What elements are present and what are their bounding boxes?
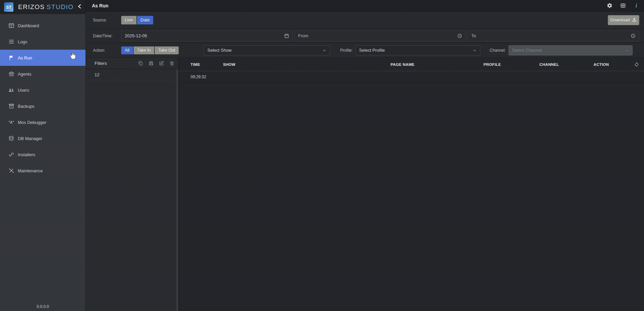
app-version: 0.0.0.0 (0, 304, 86, 309)
sidebar-item-dashboard[interactable]: Dashboard (0, 17, 86, 34)
channel-label: Channel: (490, 48, 506, 53)
dashboard-icon (8, 23, 14, 29)
from-time-input[interactable] (298, 33, 458, 38)
column-header-page-name: PAGE NAME (342, 62, 463, 66)
sidebar-item-label: Maintenance (18, 168, 43, 173)
column-header-profile: PROFILE (463, 62, 522, 66)
table-header: TIME SHOW PAGE NAME PROFILE CHANNEL ACTI… (179, 58, 644, 71)
logs-icon (8, 39, 14, 45)
filters-panel: Filters 12 (86, 58, 179, 311)
info-icon[interactable]: i (633, 3, 639, 9)
profile-label: Profile: (340, 48, 353, 53)
show-select-value: Select Show (207, 48, 231, 53)
filters-title: Filters (95, 61, 107, 66)
source-live-button[interactable]: Live (121, 16, 137, 25)
sidebar-item-label: Agents (18, 72, 31, 77)
brand-logo: ST (4, 2, 13, 12)
profile-select[interactable]: Select Profile (356, 45, 480, 55)
main-area: As Run i Source: Live Date Download (86, 0, 644, 311)
download-icon (632, 17, 637, 23)
action-take-out-button[interactable]: Take Out (155, 46, 179, 54)
sidebar-item-label: Dashboard (18, 23, 39, 28)
title-bar: As Run i (86, 0, 644, 11)
sidebar-item-label: Logs (18, 39, 27, 44)
save-icon[interactable] (148, 61, 154, 66)
column-header-channel: CHANNEL (522, 62, 577, 66)
sidebar-nav: Dashboard Logs As Run Agents Users (0, 17, 86, 179)
profile-select-value: Select Profile (359, 48, 385, 53)
link-icon (8, 151, 14, 158)
to-time-field[interactable] (468, 31, 639, 41)
sidebar: ST ERIZOSSTUDIO Dashboard Logs A (0, 0, 86, 311)
database-icon (8, 135, 14, 142)
date-field[interactable] (121, 31, 293, 41)
table-row[interactable]: 09:29:32 (179, 71, 644, 83)
column-header-show: SHOW (223, 62, 342, 66)
sidebar-item-agents[interactable]: Agents (0, 66, 86, 82)
sidebar-item-logs[interactable]: Logs (0, 34, 86, 50)
sidebar-item-label: As Run (18, 55, 32, 60)
users-icon (8, 87, 14, 93)
source-date-button[interactable]: Date (137, 16, 153, 25)
action-take-in-button[interactable]: Take In (133, 46, 154, 54)
channel-select[interactable]: Select Channel (508, 45, 633, 55)
sidebar-item-maintenance[interactable]: Maintenance (0, 163, 86, 179)
edit-icon[interactable] (159, 61, 164, 66)
content-area: Filters 12 (86, 58, 644, 311)
source-toggle-group: Live Date (121, 16, 153, 25)
show-select[interactable]: Select Show (204, 45, 330, 55)
brand-name-secondary: STUDIO (47, 3, 74, 10)
source-label: Source: (93, 18, 121, 23)
to-time-input[interactable] (471, 33, 631, 38)
sidebar-header: ST ERIZOSSTUDIO (0, 0, 86, 14)
channel-select-value: Select Channel (512, 48, 542, 53)
sidebar-item-label: Mos Debugger (18, 120, 46, 125)
antenna-icon: "A" (8, 119, 14, 126)
sidebar-item-label: DB Manager (18, 136, 42, 141)
brand-name: ERIZOSSTUDIO (18, 3, 74, 11)
sidebar-item-users[interactable]: Users (0, 82, 86, 98)
filters-header: Filters (86, 58, 178, 69)
source-row: Source: Live Date Download (86, 11, 644, 29)
bank-icon (8, 71, 14, 77)
sidebar-item-label: Installers (18, 152, 35, 157)
grid-icon[interactable] (620, 3, 626, 9)
clock-icon[interactable] (457, 33, 462, 38)
chevron-left-icon (77, 4, 82, 10)
chevron-down-icon (473, 48, 477, 52)
copy-icon[interactable] (138, 61, 143, 66)
brand-name-primary: ERIZOS (18, 3, 45, 10)
datetime-fields (121, 31, 639, 41)
clock-icon[interactable] (631, 33, 636, 38)
sidebar-item-label: Users (18, 88, 29, 93)
from-time-field[interactable] (294, 31, 466, 41)
filters-scrollbar[interactable] (176, 69, 178, 311)
download-button[interactable]: Download (608, 15, 639, 25)
sidebar-collapse-button[interactable] (77, 4, 82, 10)
column-header-action: ACTION (577, 62, 626, 66)
action-all-button[interactable]: All (121, 46, 133, 54)
sidebar-item-backups[interactable]: Backups (0, 98, 86, 114)
action-row: Action: All Take In Take Out Select Show… (86, 43, 644, 58)
sidebar-item-label: Backups (18, 104, 35, 109)
date-input[interactable] (125, 33, 284, 38)
trash-icon[interactable] (169, 61, 174, 66)
refresh-icon[interactable] (626, 62, 641, 67)
sidebar-item-as-run[interactable]: As Run (0, 50, 86, 66)
calendar-icon[interactable] (284, 33, 289, 38)
svg-text:"A": "A" (8, 120, 14, 124)
info-glyph: i (636, 2, 637, 9)
chevron-down-icon (625, 48, 629, 52)
sidebar-item-installers[interactable]: Installers (0, 146, 86, 163)
tools-icon (8, 168, 14, 174)
datetime-label: Date/Time: (93, 34, 121, 38)
sidebar-item-mos-debugger[interactable]: "A" Mos Debugger (0, 114, 86, 130)
flag-icon (8, 55, 14, 61)
settings-icon[interactable] (606, 3, 612, 9)
download-button-label: Download (610, 17, 630, 23)
titlebar-actions: i (606, 3, 639, 9)
action-label: Action: (93, 48, 121, 53)
filter-list-item[interactable]: 12 (86, 69, 178, 80)
sidebar-item-db-manager[interactable]: DB Manager (0, 130, 86, 146)
archive-icon (8, 103, 14, 109)
